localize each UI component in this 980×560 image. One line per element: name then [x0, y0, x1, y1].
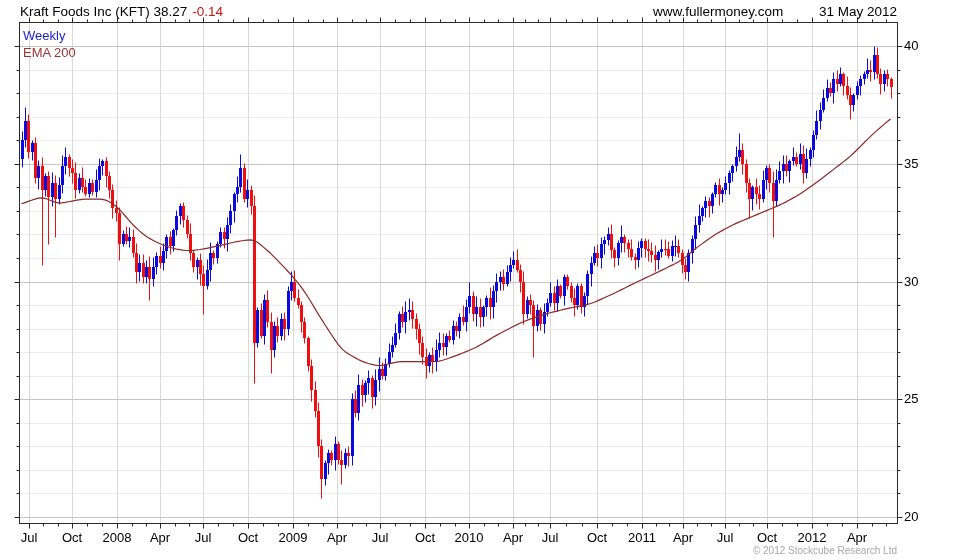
copyright-text: © 2012 Stockcube Research Ltd [753, 545, 897, 556]
y-tick-label: 30 [904, 275, 918, 289]
x-tick-label: Apr [847, 530, 867, 545]
report-date: 31 May 2012 [819, 4, 897, 19]
chart-page: Kraft Foods Inc (KFT) 38.27-0.14 www.ful… [0, 0, 980, 560]
x-tick-label: Jul [542, 530, 559, 545]
x-tick-label: Oct [415, 530, 435, 545]
instrument-title: Kraft Foods Inc (KFT) 38.27 [20, 4, 187, 19]
price-chart-canvas [0, 0, 980, 560]
x-tick-label: Apr [150, 530, 170, 545]
x-tick-label: 2009 [279, 530, 308, 545]
page-title: Kraft Foods Inc (KFT) 38.27-0.14 [20, 4, 223, 19]
y-tick-label: 35 [904, 157, 918, 171]
x-tick-label: Jul [717, 530, 734, 545]
website-link[interactable]: www.fullermoney.com [653, 4, 783, 19]
x-tick-label: Apr [673, 530, 693, 545]
y-tick-label: 25 [904, 392, 918, 406]
x-tick-label: Jul [21, 530, 38, 545]
x-tick-label: Apr [327, 530, 347, 545]
x-tick-label: 2012 [798, 530, 827, 545]
x-tick-label: Jul [195, 530, 212, 545]
price-change: -0.14 [192, 4, 223, 19]
legend-ema-label: EMA 200 [23, 45, 76, 60]
x-tick-label: Oct [587, 530, 607, 545]
x-tick-label: 2008 [103, 530, 132, 545]
y-tick-label: 20 [904, 510, 918, 524]
legend-weekly-label: Weekly [23, 28, 65, 43]
x-tick-label: Oct [62, 530, 82, 545]
x-tick-label: Oct [238, 530, 258, 545]
x-tick-label: Apr [503, 530, 523, 545]
y-tick-label: 40 [904, 39, 918, 53]
x-tick-label: Oct [757, 530, 777, 545]
x-tick-label: 2010 [455, 530, 484, 545]
x-tick-label: Jul [372, 530, 389, 545]
x-tick-label: 2011 [628, 530, 656, 545]
